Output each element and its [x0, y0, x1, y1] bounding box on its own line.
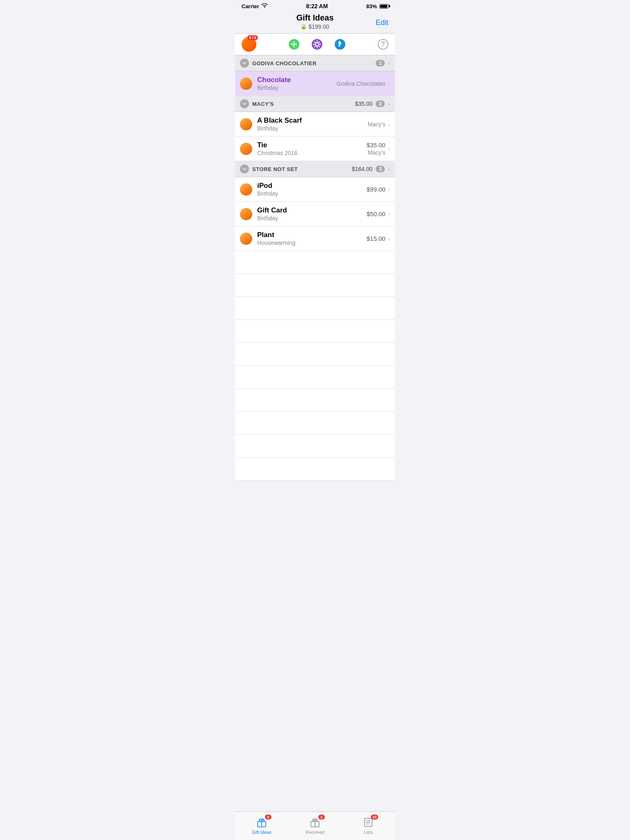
- item-price-ipod: $99.00: [367, 186, 386, 193]
- section-godiva-chevron: ›: [388, 60, 390, 66]
- tab-gift-ideas[interactable]: 6 Gift Ideas: [235, 816, 288, 835]
- item-store-chocolate: Godiva Chocolatier: [337, 80, 386, 87]
- battery-icon: [379, 4, 388, 9]
- tab-received[interactable]: 2 Received: [288, 816, 342, 835]
- item-name-gift-card: Gift Card: [257, 206, 363, 215]
- tab-lists-label: Lists: [364, 830, 373, 835]
- status-time: 8:22 AM: [306, 3, 328, 9]
- collapse-godiva-button[interactable]: [240, 59, 249, 68]
- item-subtitle-plant: Housewarming: [257, 240, 363, 246]
- settings-button[interactable]: [310, 38, 324, 51]
- item-subtitle-tie: Christmas 2016: [257, 150, 363, 156]
- status-bar: Carrier 8:22 AM 83%: [235, 0, 395, 11]
- item-price-plant: $15.00: [367, 235, 386, 242]
- collapse-store-not-set-button[interactable]: [240, 164, 249, 173]
- status-carrier: Carrier: [242, 3, 268, 9]
- list-item-gift-card[interactable]: Gift Card Birthday $50.00 ›: [235, 202, 395, 226]
- item-chevron-chocolate: ›: [388, 80, 390, 87]
- tab-gift-ideas-label: Gift Ideas: [252, 830, 271, 835]
- section-store-not-set-title: STORE NOT SET: [252, 166, 298, 172]
- item-name-chocolate: Chocolate: [257, 76, 333, 84]
- section-store-not-set-header[interactable]: STORE NOT SET $164.00 3 ›: [235, 161, 395, 177]
- section-godiva-count: 1: [376, 60, 385, 66]
- item-store-tie: Macy's: [368, 149, 386, 156]
- item-chevron-scarf: ›: [388, 121, 390, 128]
- lock-icon: 🔒: [301, 24, 307, 30]
- item-dot-scarf: [240, 118, 252, 130]
- tab-lists-badge: 10: [371, 815, 378, 819]
- tab-bar: 6 Gift Ideas 2 Received 10: [235, 811, 395, 840]
- empty-row-5: [235, 343, 395, 366]
- tab-received-label: Received: [306, 830, 324, 835]
- empty-row-4: [235, 320, 395, 343]
- item-chevron-plant: ›: [388, 235, 390, 242]
- section-store-not-set-price: $164.00: [352, 166, 373, 172]
- toolbar: 6 / 6: [235, 34, 395, 55]
- list-item-chocolate[interactable]: Chocolate Birthday Godiva Chocolatier ›: [235, 71, 395, 96]
- item-name-tie: Tie: [257, 141, 363, 149]
- section-godiva-header[interactable]: GODIVA CHOCOLATIER 1 ›: [235, 55, 395, 71]
- avatar-badge: 6 / 6: [247, 35, 258, 40]
- list-item-ipod[interactable]: iPod Birthday $99.00 ›: [235, 177, 395, 202]
- section-macys-count: 2: [376, 100, 385, 107]
- empty-row-6: [235, 366, 395, 389]
- item-dot-gift-card: [240, 208, 252, 220]
- item-name-plant: Plant: [257, 231, 363, 239]
- item-dot-tie: [240, 143, 252, 155]
- item-subtitle-gift-card: Birthday: [257, 215, 363, 221]
- tab-received-badge: 2: [318, 815, 325, 819]
- nav-header: Gift Ideas 🔒 $199.00 Edit: [235, 11, 395, 34]
- list-item-scarf[interactable]: A Black Scarf Birthday Macy's ›: [235, 112, 395, 137]
- empty-row-3: [235, 297, 395, 320]
- item-price-gift-card: $50.00: [367, 210, 386, 217]
- item-name-scarf: A Black Scarf: [257, 116, 365, 125]
- section-store-not-set-count: 3: [376, 166, 385, 172]
- section-macys-title: MACY'S: [252, 101, 274, 107]
- section-store-not-set-chevron: ›: [388, 166, 390, 172]
- list-item-plant[interactable]: Plant Housewarming $15.00 ›: [235, 226, 395, 251]
- item-subtitle-ipod: Birthday: [257, 190, 363, 197]
- item-subtitle-chocolate: Birthday: [257, 84, 333, 91]
- add-button[interactable]: [288, 38, 301, 51]
- nav-subtitle: 🔒 $199.00: [242, 23, 388, 30]
- section-macys-chevron: ›: [388, 100, 390, 107]
- empty-row-7: [235, 389, 395, 412]
- edit-button[interactable]: Edit: [376, 18, 388, 27]
- section-macys-price: $35.00: [355, 100, 373, 107]
- status-battery: 83%: [366, 3, 388, 9]
- item-chevron-tie: ›: [388, 145, 390, 153]
- page-title: Gift Ideas: [242, 13, 388, 23]
- tab-gift-ideas-badge: 6: [265, 815, 272, 819]
- item-subtitle-scarf: Birthday: [257, 125, 365, 132]
- item-chevron-gift-card: ›: [388, 210, 390, 218]
- empty-row-2: [235, 274, 395, 297]
- empty-row-8: [235, 412, 395, 435]
- item-dot-ipod: [240, 183, 252, 196]
- item-price-tie: $35.00: [367, 142, 386, 148]
- empty-row-9: [235, 435, 395, 458]
- section-macys-header[interactable]: MACY'S $35.00 2 ›: [235, 96, 395, 112]
- tab-lists[interactable]: 10 Lists: [342, 816, 395, 835]
- section-godiva-title: GODIVA CHOCOLATIER: [252, 60, 317, 66]
- item-store-scarf: Macy's: [368, 121, 386, 128]
- empty-row-10: [235, 458, 395, 481]
- list-container: GODIVA CHOCOLATIER 1 › Chocolate Birthda…: [235, 55, 395, 811]
- flame-button[interactable]: [333, 38, 347, 51]
- item-dot-plant: [240, 233, 252, 245]
- wifi-icon: [261, 3, 268, 9]
- help-button[interactable]: ?: [378, 39, 388, 50]
- avatar[interactable]: 6 / 6: [242, 37, 256, 52]
- list-item-tie[interactable]: Tie Christmas 2016 $35.00 Macy's ›: [235, 137, 395, 161]
- item-dot-chocolate: [240, 78, 252, 90]
- empty-row-1: [235, 251, 395, 274]
- item-name-ipod: iPod: [257, 182, 363, 190]
- collapse-macys-button[interactable]: [240, 99, 249, 108]
- item-chevron-ipod: ›: [388, 186, 390, 193]
